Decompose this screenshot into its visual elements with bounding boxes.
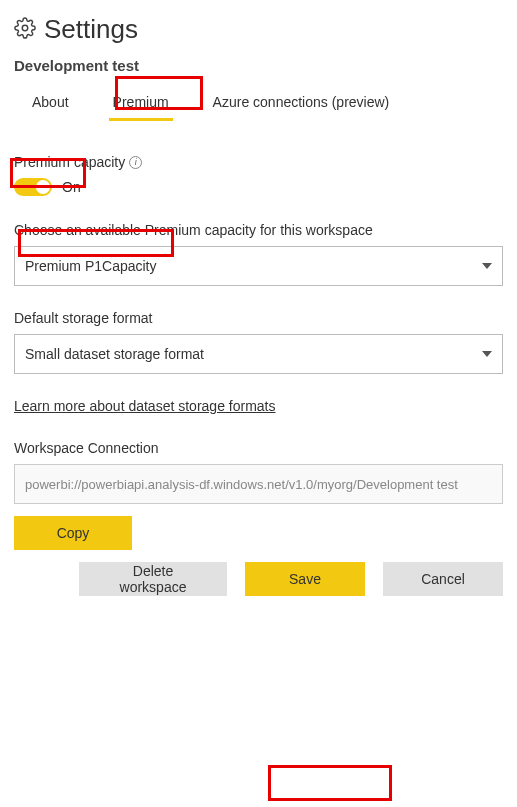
highlight-save-button [268,765,392,801]
gear-icon [14,17,36,42]
storage-format-value: Small dataset storage format [25,346,204,362]
capacity-select-value: Premium P1Capacity [25,258,157,274]
capacity-select[interactable]: Premium P1Capacity [14,246,503,286]
workspace-connection-input[interactable] [14,464,503,504]
chevron-down-icon [482,263,492,269]
page-title: Settings [44,14,138,45]
storage-format-label: Default storage format [14,310,503,326]
toggle-state-label: On [62,179,81,195]
workspace-name: Development test [14,57,503,74]
copy-button[interactable]: Copy [14,516,132,550]
learn-more-link[interactable]: Learn more about dataset storage formats [14,398,275,414]
tab-azure[interactable]: Azure connections (preview) [209,88,394,121]
save-button[interactable]: Save [245,562,365,596]
tabs: About Premium Azure connections (preview… [14,88,503,122]
chevron-down-icon [482,351,492,357]
capacity-select-label: Choose an available Premium capacity for… [14,222,503,238]
tab-about[interactable]: About [28,88,73,121]
toggle-knob [36,180,50,194]
footer: Delete workspace Save Cancel [0,550,517,614]
svg-point-0 [22,25,28,31]
delete-workspace-button[interactable]: Delete workspace [79,562,227,596]
workspace-connection-label: Workspace Connection [14,440,503,456]
premium-capacity-label: Premium capacity [14,154,125,170]
storage-format-select[interactable]: Small dataset storage format [14,334,503,374]
premium-capacity-toggle[interactable] [14,178,52,196]
info-icon[interactable]: i [129,156,142,169]
tab-premium[interactable]: Premium [109,88,173,121]
cancel-button[interactable]: Cancel [383,562,503,596]
